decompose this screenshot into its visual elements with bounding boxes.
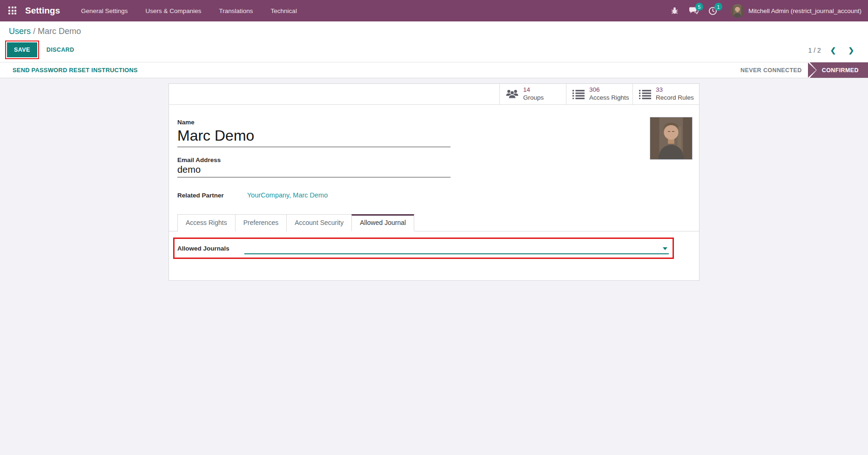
form-sheet: 14Groups 306Access Rights 33Record Rules… — [168, 83, 700, 281]
messages-icon[interactable]: 5 — [686, 3, 702, 18]
user-photo[interactable] — [650, 117, 693, 160]
navbar-systray: 5 1 Mitchell Admin (restrict_journal_acc… — [667, 3, 861, 18]
pager-next-icon[interactable]: ❯ — [845, 45, 857, 55]
email-field-group: Email Address demo — [177, 156, 451, 177]
email-input[interactable]: demo — [177, 163, 451, 177]
list-icon — [639, 89, 651, 99]
access-rights-label: Access Rights — [589, 94, 629, 102]
list-icon — [572, 89, 585, 99]
allowed-journals-input[interactable] — [244, 242, 669, 254]
access-rights-count: 306 — [589, 86, 629, 94]
record-rules-label: Record Rules — [656, 94, 694, 102]
breadcrumb-current: Marc Demo — [38, 27, 81, 36]
control-panel: Users / Marc Demo SAVE DISCARD 1 / 2 ❮ ❯ — [0, 21, 868, 62]
messages-badge: 5 — [695, 3, 703, 11]
activities-clock-icon[interactable]: 1 — [705, 3, 721, 18]
stat-button-record-rules[interactable]: 33Record Rules — [632, 84, 699, 104]
record-rules-count: 33 — [656, 86, 694, 94]
discard-button[interactable]: DISCARD — [47, 47, 74, 53]
allowed-journal-panel: Allowed Journals — [169, 231, 699, 280]
stat-button-box: 14Groups 306Access Rights 33Record Rules — [169, 84, 699, 105]
groups-label: Groups — [523, 94, 544, 102]
control-panel-buttons: SAVE DISCARD — [9, 41, 868, 59]
form-statusbar: SEND PASSWORD RESET INSTRUCTIONS NEVER C… — [0, 62, 868, 78]
user-name: Mitchell Admin (restrict_journal_account… — [748, 7, 861, 14]
name-field-group: Name Marc Demo — [177, 119, 451, 147]
related-partner-row: Related Partner YourCompany, Marc Demo — [177, 191, 691, 199]
user-menu[interactable]: Mitchell Admin (restrict_journal_account… — [731, 4, 861, 18]
page: Settings General Settings Users & Compan… — [0, 0, 868, 455]
activities-badge: 1 — [714, 3, 722, 11]
status-never-connected[interactable]: NEVER CONNECTED — [740, 67, 802, 74]
pager-value: 1 / 2 — [808, 47, 821, 54]
save-button-highlight: SAVE — [5, 41, 39, 59]
tab-allowed-journal[interactable]: Allowed Journal — [351, 214, 414, 231]
breadcrumb-separator: / — [33, 27, 35, 36]
allowed-journals-row: Allowed Journals — [177, 242, 669, 254]
record-pager: 1 / 2 ❮ ❯ — [808, 45, 857, 55]
stat-button-access-rights[interactable]: 306Access Rights — [566, 84, 632, 104]
status-confirmed-badge[interactable]: CONFIRMED — [810, 62, 868, 78]
pager-previous-icon[interactable]: ❮ — [828, 45, 839, 55]
allowed-journals-label: Allowed Journals — [177, 245, 244, 254]
caret-down-icon[interactable] — [663, 247, 667, 250]
email-label: Email Address — [177, 156, 451, 163]
menu-general-settings[interactable]: General Settings — [72, 0, 137, 21]
menu-technical[interactable]: Technical — [262, 0, 306, 21]
menu-users-companies[interactable]: Users & Companies — [137, 0, 210, 21]
related-partner-link[interactable]: YourCompany, Marc Demo — [247, 191, 328, 199]
stat-button-groups[interactable]: 14Groups — [499, 84, 566, 104]
send-password-reset-button[interactable]: SEND PASSWORD RESET INSTRUCTIONS — [13, 62, 138, 78]
form-view-body: 14Groups 306Access Rights 33Record Rules… — [0, 78, 868, 455]
name-label: Name — [177, 119, 451, 126]
notebook-tabs: Access Rights Preferences Account Securi… — [169, 214, 699, 231]
tab-account-security[interactable]: Account Security — [286, 214, 352, 231]
tab-preferences[interactable]: Preferences — [235, 214, 287, 231]
breadcrumb-users-link[interactable]: Users — [9, 27, 31, 36]
status-pipeline: NEVER CONNECTED CONFIRMED — [740, 62, 868, 78]
top-navbar: Settings General Settings Users & Compan… — [0, 0, 868, 21]
name-input[interactable]: Marc Demo — [177, 126, 451, 147]
users-icon — [506, 89, 518, 99]
related-partner-label: Related Partner — [177, 192, 247, 199]
user-avatar — [731, 4, 744, 18]
nav-menu: General Settings Users & Companies Trans… — [72, 0, 306, 21]
app-title[interactable]: Settings — [25, 6, 60, 16]
groups-count: 14 — [523, 86, 544, 94]
sheet-fields: Name Marc Demo Email Address demo Relate… — [169, 105, 699, 199]
debug-bug-icon[interactable] — [667, 3, 683, 18]
tab-access-rights[interactable]: Access Rights — [177, 214, 236, 231]
save-button[interactable]: SAVE — [7, 42, 37, 57]
allowed-journals-highlight: Allowed Journals — [173, 238, 674, 259]
menu-translations[interactable]: Translations — [210, 0, 262, 21]
breadcrumb: Users / Marc Demo — [9, 27, 868, 36]
apps-menu-icon[interactable] — [8, 7, 17, 15]
